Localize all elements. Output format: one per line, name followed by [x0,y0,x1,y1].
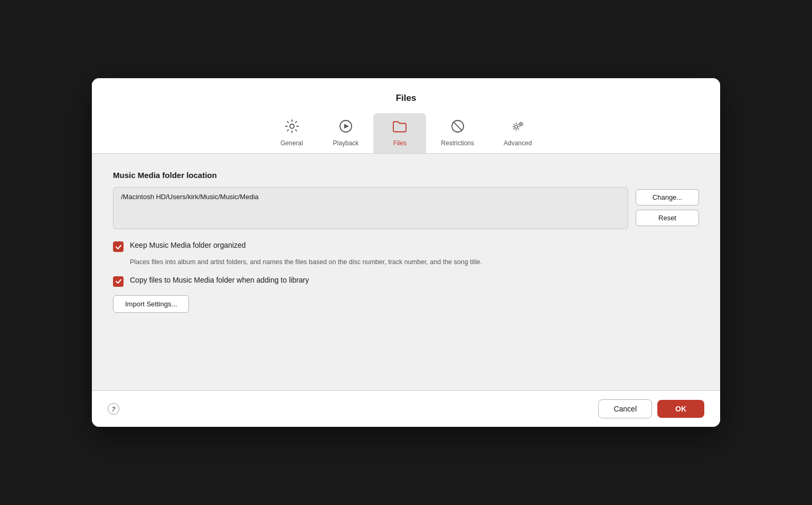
dialog: Files General [92,78,720,427]
tab-advanced[interactable]: Advanced [489,113,546,153]
change-button[interactable]: Change... [636,189,699,205]
footer: ? Cancel OK [92,390,720,427]
content-area: Music Media folder location /Macintosh H… [92,154,720,390]
tab-restrictions[interactable]: Restrictions [426,113,489,153]
checkbox2-row: Copy files to Music Media folder when ad… [113,276,699,287]
cancel-button[interactable]: Cancel [598,399,652,418]
keep-organized-label: Keep Music Media folder organized [130,241,246,249]
gear-icon [284,118,300,136]
gear-advanced-icon [510,118,526,136]
checkbox1-row: Keep Music Media folder organized [113,241,699,252]
keep-organized-description: Places files into album and artist folde… [130,257,605,267]
tab-playback[interactable]: Playback [318,113,374,153]
svg-line-3 [454,122,462,130]
ok-button[interactable]: OK [657,400,704,418]
footer-buttons: Cancel OK [598,399,704,418]
copy-files-checkbox[interactable] [113,276,124,287]
path-row: /Macintosh HD/Users/kirk/Music/Music/Med… [113,187,699,229]
tab-files[interactable]: Files [373,113,426,153]
import-settings-button[interactable]: Import Settings... [113,295,189,313]
play-icon [338,118,354,136]
dialog-title: Files [396,93,417,104]
folder-icon [392,118,408,136]
svg-point-4 [514,125,517,128]
tab-restrictions-label: Restrictions [441,139,474,147]
path-buttons: Change... Reset [636,187,699,226]
keep-organized-checkbox[interactable] [113,241,124,252]
tab-advanced-label: Advanced [504,139,532,147]
toolbar: Files General [92,78,720,154]
help-button[interactable]: ? [108,403,119,415]
tabs: General Playback File [266,113,547,153]
path-input[interactable]: /Macintosh HD/Users/kirk/Music/Music/Med… [113,187,628,229]
tab-files-label: Files [393,139,407,147]
tab-playback-label: Playback [333,139,359,147]
tab-general[interactable]: General [266,113,318,153]
reset-button[interactable]: Reset [636,210,699,226]
block-icon [450,118,466,136]
svg-point-0 [290,124,294,128]
section-title: Music Media folder location [113,171,699,180]
tab-general-label: General [280,139,303,147]
copy-files-label: Copy files to Music Media folder when ad… [130,276,309,284]
